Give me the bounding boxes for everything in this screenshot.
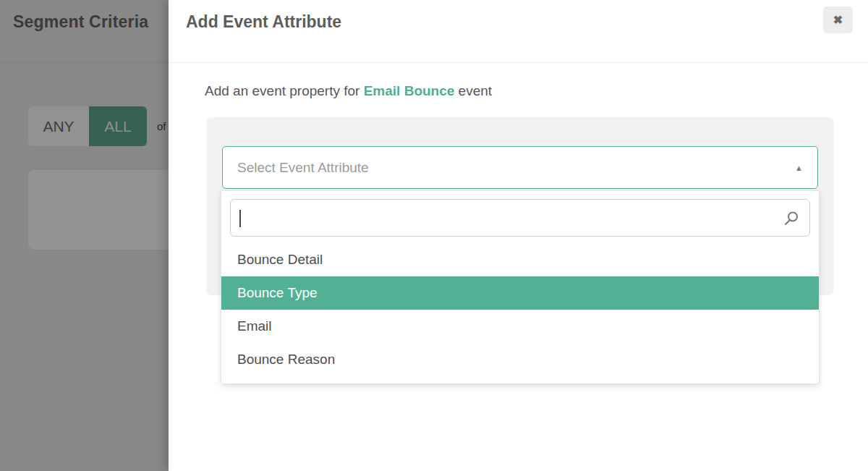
- search-icon: [783, 210, 800, 227]
- text-cursor: [239, 210, 241, 227]
- event-name-highlight: Email Bounce: [364, 83, 455, 98]
- dropdown-option[interactable]: Bounce Detail: [221, 243, 819, 276]
- caret-up-icon: ▲: [795, 164, 803, 172]
- dropdown-search-input[interactable]: [244, 200, 779, 236]
- dropdown-search: [230, 199, 810, 237]
- description-suffix: event: [454, 83, 492, 98]
- modal-description: Add an event property for Email Bounce e…: [205, 83, 492, 99]
- description-prefix: Add an event property for: [205, 83, 364, 98]
- attribute-dropdown: Bounce Detail Bounce Type Email Bounce R…: [221, 190, 820, 384]
- close-button[interactable]: ✖: [823, 7, 853, 33]
- dropdown-option[interactable]: Email: [221, 310, 819, 343]
- dropdown-option[interactable]: Bounce Reason: [221, 343, 819, 376]
- modal-header: Add Event Attribute ✖: [169, 0, 868, 63]
- dropdown-options: Bounce Detail Bounce Type Email Bounce R…: [221, 243, 819, 376]
- add-event-attribute-modal: Add Event Attribute ✖ Add an event prope…: [169, 0, 868, 471]
- dropdown-option-selected[interactable]: Bounce Type: [221, 276, 819, 310]
- event-attribute-select[interactable]: Select Event Attribute ▲: [222, 146, 818, 189]
- close-icon: ✖: [833, 13, 843, 27]
- select-placeholder: Select Event Attribute: [237, 160, 795, 176]
- modal-title: Add Event Attribute: [186, 12, 341, 32]
